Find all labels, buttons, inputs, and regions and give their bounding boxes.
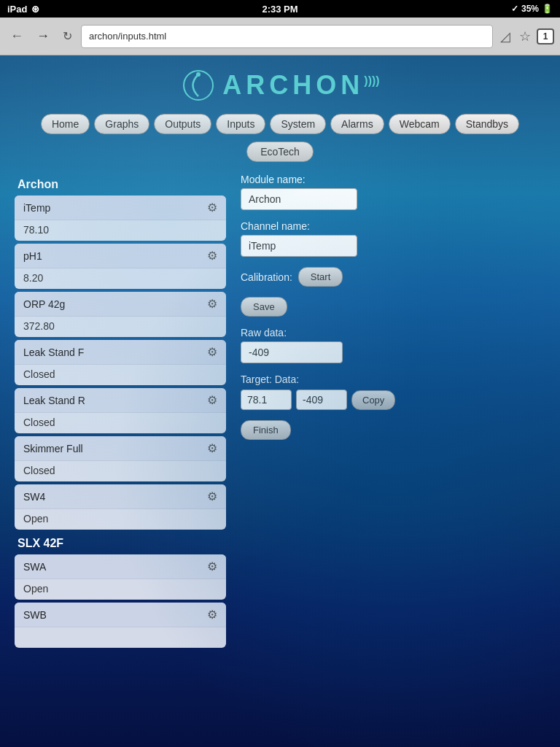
channel-leakstandr-header: Leak Stand R ⚙ bbox=[15, 388, 226, 413]
tab-count[interactable]: 1 bbox=[537, 28, 554, 44]
status-left: iPad ⊛ bbox=[7, 4, 39, 15]
channel-sw4-name: SW4 bbox=[23, 491, 45, 503]
nav-graphs[interactable]: Graphs bbox=[94, 114, 149, 134]
channel-ph1-name: pH1 bbox=[23, 250, 42, 262]
calibration-row: Calibration: Start bbox=[241, 267, 545, 287]
gear-icon-orp42g[interactable]: ⚙ bbox=[207, 297, 217, 311]
channel-name-group: Channel name: bbox=[241, 220, 545, 257]
channel-orp42g-value: 372.80 bbox=[15, 317, 226, 337]
channel-swa: SWA ⚙ Open bbox=[15, 554, 226, 600]
url-text: archon/inputs.html bbox=[89, 31, 166, 42]
channel-skimmerfull-header: Skimmer Full ⚙ bbox=[15, 436, 226, 461]
slx-label: SLX 42F bbox=[15, 533, 226, 554]
channel-name-input[interactable] bbox=[241, 235, 357, 257]
browser-actions: ◿ ☆ 1 bbox=[497, 26, 554, 47]
module-name-label: Module name: bbox=[241, 174, 545, 185]
channel-ph1-header: pH1 ⚙ bbox=[15, 244, 226, 268]
gear-icon-sw4[interactable]: ⚙ bbox=[207, 489, 217, 503]
data-input[interactable] bbox=[296, 390, 347, 410]
wifi-icon: ⊛ bbox=[31, 4, 39, 15]
channel-sw4-header: SW4 ⚙ bbox=[15, 484, 226, 509]
url-bar[interactable]: archon/inputs.html bbox=[81, 25, 493, 48]
bluetooth-icon: ✓ bbox=[511, 4, 518, 14]
channel-skimmerfull-name: Skimmer Full bbox=[23, 443, 83, 454]
save-group: Save bbox=[241, 297, 545, 317]
gear-icon-itemp[interactable]: ⚙ bbox=[207, 201, 217, 214]
module-name-input[interactable] bbox=[241, 188, 357, 210]
nav-standbys[interactable]: Standbys bbox=[455, 114, 519, 134]
gear-icon-skimmerfull[interactable]: ⚙ bbox=[207, 441, 217, 455]
nav-system[interactable]: System bbox=[270, 114, 326, 134]
carrier-label: iPad bbox=[7, 4, 27, 15]
left-panel: Archon iTemp ⚙ 78.10 pH1 ⚙ 8.20 bbox=[15, 174, 226, 651]
raw-data-input[interactable] bbox=[241, 341, 343, 363]
refresh-button[interactable]: ↻ bbox=[58, 26, 77, 46]
logo-icon bbox=[180, 67, 217, 104]
ocean-background: ARCHON)))) Home Graphs Outputs Inputs Sy… bbox=[0, 55, 560, 747]
channel-orp42g: ORP 42g ⚙ 372.80 bbox=[15, 292, 226, 337]
target-data-row: Copy bbox=[241, 390, 545, 410]
gear-icon-swb[interactable]: ⚙ bbox=[207, 608, 217, 622]
channel-leakstandr: Leak Stand R ⚙ Closed bbox=[15, 388, 226, 433]
channel-sw4: SW4 ⚙ Open bbox=[15, 484, 226, 530]
gear-icon-leakstandr[interactable]: ⚙ bbox=[207, 393, 217, 407]
main-content: Archon iTemp ⚙ 78.10 pH1 ⚙ 8.20 bbox=[0, 168, 560, 657]
share-button[interactable]: ◿ bbox=[497, 26, 513, 47]
channel-swb-name: SWB bbox=[23, 609, 47, 621]
target-input[interactable] bbox=[241, 390, 292, 410]
channel-ph1: pH1 ⚙ 8.20 bbox=[15, 244, 226, 289]
calibration-label: Calibration: bbox=[241, 271, 292, 283]
svg-point-1 bbox=[196, 72, 201, 77]
channel-orp42g-name: ORP 42g bbox=[23, 298, 65, 310]
channel-leakstandr-value: Closed bbox=[15, 413, 226, 433]
finish-group: Finish bbox=[241, 420, 545, 440]
nav-inputs[interactable]: Inputs bbox=[216, 114, 265, 134]
save-button[interactable]: Save bbox=[241, 297, 287, 317]
channel-swa-name: SWA bbox=[23, 561, 46, 573]
channel-itemp-name: iTemp bbox=[23, 202, 50, 214]
battery-label: 35% bbox=[521, 4, 539, 14]
forward-button[interactable]: → bbox=[32, 26, 54, 47]
channel-swb-header: SWB ⚙ bbox=[15, 603, 226, 627]
nav-sub-bar: EcoTech bbox=[0, 139, 560, 168]
status-bar: iPad ⊛ 2:33 PM ✓ 35% 🔋 bbox=[0, 0, 560, 18]
right-panel: Module name: Channel name: Calibration: … bbox=[241, 174, 545, 450]
channel-leakstandf: Leak Stand F ⚙ Closed bbox=[15, 340, 226, 385]
calibration-group: Calibration: Start bbox=[241, 267, 545, 287]
channel-itemp: iTemp ⚙ 78.10 bbox=[15, 196, 226, 241]
logo-area: ARCHON)))) bbox=[0, 55, 560, 109]
channel-leakstandf-name: Leak Stand F bbox=[23, 347, 84, 358]
channel-skimmerfull-value: Closed bbox=[15, 461, 226, 481]
browser-bar: ← → ↻ archon/inputs.html ◿ ☆ 1 bbox=[0, 18, 560, 55]
target-data-label: Target: Data: bbox=[241, 374, 545, 385]
module-name-group: Module name: bbox=[241, 174, 545, 210]
channel-itemp-header: iTemp ⚙ bbox=[15, 196, 226, 220]
nav-home[interactable]: Home bbox=[41, 114, 90, 134]
nav-webcam[interactable]: Webcam bbox=[389, 114, 451, 134]
nav-alarms[interactable]: Alarms bbox=[330, 114, 384, 134]
start-button[interactable]: Start bbox=[298, 267, 343, 287]
channel-itemp-value: 78.10 bbox=[15, 220, 226, 241]
channel-ph1-value: 8.20 bbox=[15, 268, 226, 289]
raw-data-group: Raw data: bbox=[241, 327, 545, 363]
nav-outputs[interactable]: Outputs bbox=[154, 114, 211, 134]
copy-button[interactable]: Copy bbox=[351, 390, 395, 410]
channel-leakstandf-value: Closed bbox=[15, 365, 226, 385]
gear-icon-ph1[interactable]: ⚙ bbox=[207, 249, 217, 263]
channel-leakstandf-header: Leak Stand F ⚙ bbox=[15, 340, 226, 365]
bookmark-button[interactable]: ☆ bbox=[516, 26, 534, 47]
channel-orp42g-header: ORP 42g ⚙ bbox=[15, 292, 226, 317]
nav-ecotech[interactable]: EcoTech bbox=[246, 142, 314, 162]
back-button[interactable]: ← bbox=[6, 26, 28, 47]
channel-name-label: Channel name: bbox=[241, 220, 545, 232]
finish-button[interactable]: Finish bbox=[241, 420, 291, 440]
target-data-group: Target: Data: Copy bbox=[241, 374, 545, 410]
raw-data-label: Raw data: bbox=[241, 327, 545, 338]
gear-icon-swa[interactable]: ⚙ bbox=[207, 560, 217, 573]
gear-icon-leakstandf[interactable]: ⚙ bbox=[207, 345, 217, 359]
channel-swa-value: Open bbox=[15, 579, 226, 600]
clock: 2:33 PM bbox=[262, 4, 298, 15]
logo-text: ARCHON)))) bbox=[222, 70, 379, 101]
battery-icon: 🔋 bbox=[542, 4, 553, 14]
channel-leakstandr-name: Leak Stand R bbox=[23, 395, 85, 406]
